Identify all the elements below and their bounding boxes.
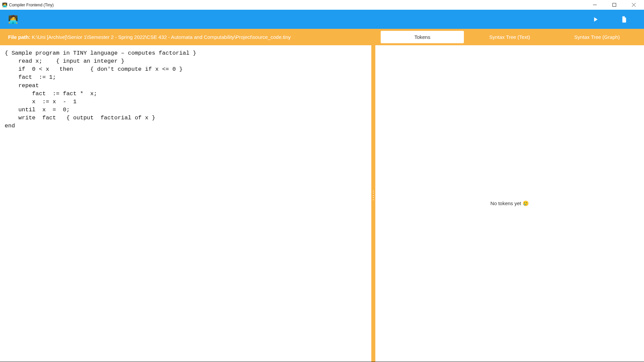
toolbar-logo-icon: 🧑‍💻 bbox=[8, 15, 18, 24]
code-editor[interactable]: { Sample program in TINY language – comp… bbox=[0, 45, 371, 362]
run-button[interactable] bbox=[581, 10, 610, 29]
minimize-button[interactable] bbox=[585, 0, 604, 10]
pane-splitter[interactable] bbox=[371, 29, 375, 362]
splitter-grip-icon bbox=[373, 191, 374, 200]
tokens-content: No tokens yet 🥲 bbox=[375, 45, 644, 362]
play-icon bbox=[592, 16, 599, 23]
tab-syntax-tree-text[interactable]: Syntax Tree (Text) bbox=[468, 31, 551, 43]
filepath-value: K:\Uni [Archive]\Senior 1\Semester 2 - S… bbox=[32, 34, 291, 40]
tab-syntax-tree-graph[interactable]: Syntax Tree (Graph) bbox=[555, 31, 639, 43]
left-pane: File path: K:\Uni [Archive]\Senior 1\Sem… bbox=[0, 29, 371, 362]
maximize-button[interactable] bbox=[604, 0, 624, 10]
close-button[interactable] bbox=[624, 0, 643, 10]
main-content: File path: K:\Uni [Archive]\Senior 1\Sem… bbox=[0, 29, 644, 362]
titlebar: 🧑‍💻 Compiler Frontend (Tiny) bbox=[0, 0, 644, 10]
tabbar: Tokens Syntax Tree (Text) Syntax Tree (G… bbox=[375, 29, 644, 45]
file-icon bbox=[621, 16, 628, 23]
right-pane: Tokens Syntax Tree (Text) Syntax Tree (G… bbox=[375, 29, 644, 362]
app-icon: 🧑‍💻 bbox=[2, 2, 7, 7]
tab-tokens[interactable]: Tokens bbox=[381, 31, 464, 43]
window-title: Compiler Frontend (Tiny) bbox=[9, 3, 54, 7]
filepath-bar: File path: K:\Uni [Archive]\Senior 1\Sem… bbox=[0, 29, 371, 45]
window-controls bbox=[585, 0, 643, 10]
new-file-button[interactable] bbox=[610, 10, 639, 29]
empty-tokens-message: No tokens yet 🥲 bbox=[490, 200, 529, 206]
svg-rect-1 bbox=[612, 3, 616, 7]
toolbar: 🧑‍💻 bbox=[0, 10, 644, 29]
filepath-label: File path: bbox=[8, 34, 31, 40]
